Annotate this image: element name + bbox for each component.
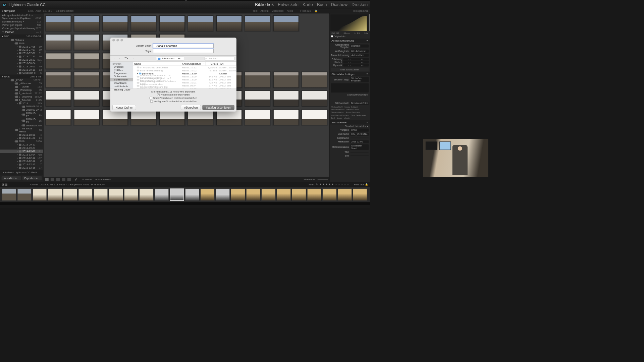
slider-value[interactable]: ◂ ▸: [343, 64, 356, 67]
original-checkbox[interactable]: [331, 35, 333, 37]
export-catalog-button[interactable]: Katalog exportieren: [203, 105, 234, 110]
grid-thumbnail[interactable]: [302, 91, 327, 107]
reset-all-button[interactable]: Alles zurücksetzen: [331, 68, 369, 71]
filmstrip-thumbnail[interactable]: [155, 188, 169, 200]
folder-item[interactable]: ▸2018-12-122: [0, 160, 43, 163]
keyword-suggestion[interactable]: Sina Beckmeyer: [351, 114, 366, 116]
grid-thumbnail[interactable]: [216, 110, 242, 125]
folder-item[interactable]: ▸Pictures: [0, 38, 43, 42]
folder-item[interactable]: ▸_FOTO100711: [0, 78, 43, 82]
location-dropdown[interactable]: Schreibtisch ▴▾: [156, 57, 184, 60]
view-list-icon[interactable]: ☰▾: [124, 57, 128, 60]
filmstrip-thumbnail[interactable]: [231, 188, 245, 200]
filmstrip-thumbnail[interactable]: [292, 188, 306, 200]
opt-negatives-checkbox[interactable]: ✓: [157, 94, 160, 96]
collection-item[interactable]: Synchronisierte Duplikate6193: [0, 17, 43, 20]
filmstrip-thumbnail[interactable]: [261, 188, 275, 200]
save-as-input[interactable]: [153, 44, 213, 48]
folder-item[interactable]: ▸2018-09-273: [0, 108, 43, 112]
compare-view-icon[interactable]: [56, 178, 60, 181]
folder-item[interactable]: ▸2018-09-1113: [0, 68, 43, 71]
keyword-suggestion[interactable]: Marco Goldoni: [344, 106, 358, 108]
filmstrip-thumbnail[interactable]: [109, 188, 123, 200]
group-icon[interactable]: ▭: [132, 57, 136, 60]
nav-back-icon[interactable]: ‹: [112, 57, 116, 60]
tone-dropdown[interactable]: Automatisch: [351, 54, 369, 57]
folder-item[interactable]: ▸2018-07-0519: [0, 45, 43, 48]
module-diashow[interactable]: Diashow: [331, 2, 347, 7]
grid-thumbnail[interactable]: [74, 110, 99, 125]
sort-value[interactable]: Aufnahmezeit: [95, 178, 111, 181]
module-karte[interactable]: Karte: [303, 2, 313, 7]
file-row[interactable]: In Photoshop bearbeiten Heute, 16:12 1,7…: [133, 66, 236, 69]
nav-zoom-opt[interactable]: 1:1: [43, 9, 47, 12]
folder-item[interactable]: ▸2018-07-0769: [0, 48, 43, 52]
column-date[interactable]: Änderungsdatum ˅: [181, 62, 206, 65]
keyword-set-dropdown[interactable]: Benutzerdefiniert: [351, 102, 369, 105]
column-size[interactable]: Größe: [205, 62, 219, 65]
grid-thumbnail[interactable]: [131, 15, 156, 31]
grid-thumbnail[interactable]: [159, 110, 185, 125]
folder-item[interactable]: ▸2018-07-0731: [0, 52, 43, 55]
grid-thumbnail[interactable]: [273, 72, 299, 88]
favorite-item[interactable]: Downloads: [110, 81, 133, 85]
favorite-item[interactable]: Training Cover: [110, 88, 133, 91]
filmstrip-thumbnail[interactable]: [170, 188, 184, 200]
favorite-item[interactable]: Schreibtisch: [110, 78, 133, 81]
grid-thumbnail[interactable]: [245, 15, 270, 31]
loupe-view-icon[interactable]: [51, 178, 54, 181]
opt-smart-previews-checkbox[interactable]: [150, 97, 152, 99]
opt-previews-checkbox[interactable]: [150, 100, 153, 103]
folder-item[interactable]: ▸2018-09-27: [0, 146, 43, 150]
folder-item[interactable]: ▸2018275: [0, 102, 43, 105]
folder-item[interactable]: ▸Levitation236: [0, 124, 43, 127]
grid-thumbnail[interactable]: [273, 15, 299, 31]
nav-zoom-opt[interactable]: Einp.: [28, 9, 34, 12]
filmstrip-thumbnail[interactable]: [139, 188, 153, 200]
grid-thumbnail[interactable]: [46, 91, 71, 107]
folder-item[interactable]: ▸20181636: [0, 140, 43, 143]
histogram[interactable]: [330, 14, 370, 32]
column-name[interactable]: Name: [133, 62, 181, 65]
module-buch[interactable]: Buch: [317, 2, 327, 7]
filter-lock-icon[interactable]: 🔒: [314, 9, 317, 12]
grid-thumbnail[interactable]: [245, 110, 270, 125]
grid-thumbnail[interactable]: [46, 15, 71, 31]
keyword-suggestion[interactable]: Karl Georg Konberg: [331, 114, 349, 116]
whitebalance-dropdown[interactable]: Wie Aufnahme: [351, 50, 369, 53]
folder-item[interactable]: ▸5_me social Media18: [0, 127, 43, 133]
grid-thumbnail[interactable]: [46, 110, 71, 125]
grid-thumbnail[interactable]: [188, 15, 213, 31]
grid-thumbnail[interactable]: [245, 91, 270, 107]
other-devices[interactable]: ▸ Anderes Lightroom CC-Gerät: [0, 170, 43, 175]
grid-view-icon[interactable]: [45, 178, 49, 181]
flag-filter-icon[interactable]: ⚐: [316, 183, 318, 186]
grid-thumbnail[interactable]: [273, 110, 299, 125]
keyword-suggestion[interactable]: Annett Riesner: [331, 109, 344, 111]
folder-item[interactable]: ▸_Tutorial113: [0, 85, 43, 88]
filmstrip-thumbnail[interactable]: [78, 188, 92, 200]
grid-thumbnail[interactable]: [131, 110, 156, 125]
folder-item[interactable]: ▸2018-12-12187: [0, 156, 43, 160]
nav-zoom-opt[interactable]: Ausf.: [36, 9, 41, 12]
grid-thumbnail[interactable]: [302, 72, 327, 88]
grid-thumbnail[interactable]: [102, 110, 128, 125]
filmstrip-thumbnail[interactable]: [33, 188, 47, 200]
folder-item[interactable]: ▸1_Hochzeit72132: [0, 92, 43, 95]
slider-value[interactable]: ◂ ▸: [343, 58, 356, 61]
cancel-button[interactable]: Abbrechen: [181, 105, 201, 110]
histogram-label[interactable]: Histogramm: [353, 9, 367, 12]
grid-thumbnail[interactable]: [159, 15, 185, 31]
keyword-suggestion[interactable]: Emil: [331, 117, 335, 119]
favorite-item[interactable]: Programme: [110, 71, 133, 75]
new-folder-button[interactable]: Neuer Ordner: [112, 105, 136, 110]
grid-thumbnail[interactable]: [188, 110, 213, 125]
filmstrip-thumbnail[interactable]: [63, 188, 77, 200]
painter-icon[interactable]: 🖌: [75, 178, 77, 181]
keyword-suggestion[interactable]: Melissa Kehl: [331, 106, 342, 108]
module-drucken[interactable]: Drucken: [352, 2, 368, 7]
keyword-textarea[interactable]: [331, 83, 369, 93]
filmstrip-thumbnail[interactable]: [17, 188, 32, 200]
folder-item[interactable]: ▸2018-10-014: [0, 133, 43, 136]
folder-item[interactable]: ▸2018-12-01111: [0, 149, 43, 153]
